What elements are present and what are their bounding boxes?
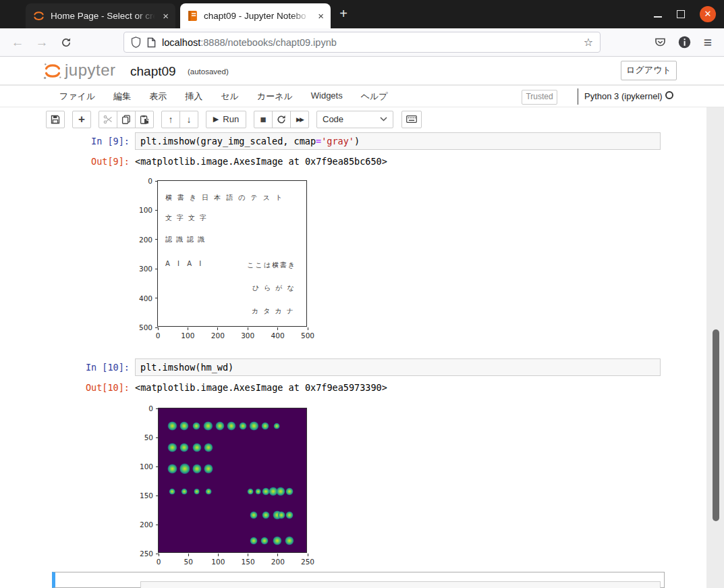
selected-cell[interactable] [52,572,665,588]
plot-area: 01002003004005000100200300400500横書き日本語のテ… [157,180,307,327]
fast-forward-icon: ▶▶ [296,116,303,123]
menu-widgets[interactable]: Widgets [311,90,343,103]
paste-cells-button[interactable] [135,111,154,128]
keyboard-icon [406,115,417,123]
window-maximize-button[interactable] [677,10,685,18]
cell-type-select[interactable]: Code [316,111,393,128]
jupyter-ring-icon [32,9,45,22]
tab-title: Home Page - Select or cre [51,11,157,21]
jupyter-wordmark[interactable]: jupyter [65,61,116,80]
page-info-icon[interactable] [147,37,156,48]
tab-close-icon[interactable]: × [163,11,169,21]
save-button[interactable] [46,111,65,128]
scrollbar-thumb[interactable] [713,329,719,521]
interrupt-kernel-button[interactable]: ■ [254,111,273,128]
output-prompt: Out[10]: [42,382,130,393]
menu-view[interactable]: 表示 [149,90,167,103]
back-button[interactable]: ← [7,28,28,56]
figure-output-heatmap: 050100150200250050100150200250 [135,402,316,569]
input-prompt: In [10]: [42,362,130,373]
run-label: Run [223,114,239,124]
output-text: <matplotlib.image.AxesImage at 0x7f9ea85… [135,156,387,167]
move-cell-down-button[interactable]: ↓ [179,111,198,128]
browser-titlebar: Home Page - Select or cre × chapt09 - Ju… [0,0,724,28]
new-tab-button[interactable]: + [335,5,352,23]
menu-edit[interactable]: 編集 [113,90,131,103]
add-cell-button[interactable]: + [72,111,91,128]
restart-run-all-button[interactable]: ▶▶ [290,111,309,128]
code-input[interactable] [140,581,661,588]
pocket-icon[interactable] [649,28,671,56]
tab-title: chapt09 - Jupyter Notebo [204,11,312,21]
notebook-menubar: ファイル 編集 表示 挿入 セル カーネル Widgets ヘルプ Truste… [0,85,724,107]
reload-button[interactable] [55,28,77,56]
output-prompt: Out[9]: [42,156,130,167]
bookmark-star-icon[interactable]: ☆ [584,36,593,49]
browser-navbar: ← → localhost:8888/notebooks/chapt09.ipy… [0,28,724,57]
shield-icon [131,36,141,48]
url-path: :8888/notebooks/chapt09.ipynb [200,37,337,48]
url-text: localhost:8888/notebooks/chapt09.ipynb [162,37,578,48]
cut-cell-button[interactable] [99,111,117,128]
menu-kernel[interactable]: カーネル [257,90,293,103]
cell-type-value: Code [323,114,343,124]
logout-button[interactable]: ログアウト [621,61,677,80]
tab-close-icon[interactable]: × [318,11,324,21]
menu-cell[interactable]: セル [221,90,239,103]
plot-area: 050100150200250050100150200250 [158,408,307,553]
trusted-badge: Trusted [522,90,557,105]
input-prompt: In [9]: [42,136,130,146]
run-button[interactable]: ▶ Run [206,111,246,128]
window-close-button[interactable]: ✕ [700,6,716,22]
output-text: <matplotlib.image.AxesImage at 0x7f9ea59… [135,382,387,393]
forward-button[interactable]: → [31,28,53,56]
move-cell-up-button[interactable]: ↑ [161,111,180,128]
chevron-down-icon [380,117,387,122]
browser-window: Home Page - Select or cre × chapt09 - Ju… [0,0,724,588]
jupyter-logo-icon[interactable] [43,61,63,81]
jupyter-header: jupyter chapt09 (autosaved) ログアウト [0,57,724,85]
url-host: localhost [162,37,200,48]
kernel-name: Python 3 (ipykernel) [584,91,663,101]
window-minimize-button[interactable] [654,16,662,18]
extension-info-icon[interactable] [673,28,695,56]
copy-cells-button[interactable] [117,111,136,128]
browser-tab-home[interactable]: Home Page - Select or cre × [26,3,175,28]
code-input[interactable]: plt.imshow(hm_wd) [135,358,661,376]
code-input[interactable]: plt.imshow(gray_img_scaled, cmap='gray') [135,132,661,150]
app-menu-icon[interactable]: ≡ [697,28,719,56]
kernel-divider [578,88,578,105]
notebook-toolbar: + [0,107,724,131]
menu-insert[interactable]: 挿入 [185,90,202,103]
notebook-book-icon [187,10,198,22]
autosave-status: (autosaved) [188,68,229,76]
url-bar[interactable]: localhost:8888/notebooks/chapt09.ipynb ☆ [123,32,601,53]
menu-help[interactable]: ヘルプ [361,90,388,103]
command-palette-button[interactable] [401,111,422,128]
play-icon: ▶ [213,115,219,124]
restart-kernel-button[interactable] [272,111,291,128]
kernel-idle-indicator [665,91,673,99]
figure-output-grayscale: 01002003004005000100200300400500横書き日本語のテ… [135,174,316,343]
menu-file[interactable]: ファイル [59,90,95,103]
browser-tab-notebook[interactable]: chapt09 - Jupyter Notebo × [180,3,331,28]
notebook-title[interactable]: chapt09 [130,64,176,79]
